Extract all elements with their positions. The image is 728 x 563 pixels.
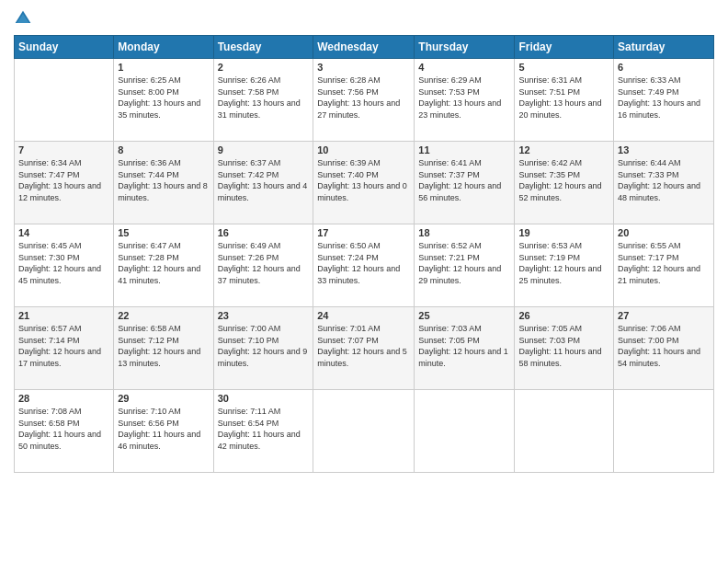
day-number: 14 <box>18 227 109 238</box>
calendar-cell: 19Sunrise: 6:53 AMSunset: 7:19 PMDayligh… <box>515 224 614 307</box>
calendar-cell: 29Sunrise: 7:10 AMSunset: 6:56 PMDayligh… <box>114 390 213 473</box>
day-number: 20 <box>618 227 710 238</box>
cell-info: Sunrise: 6:39 AMSunset: 7:40 PMDaylight:… <box>317 157 410 203</box>
day-number: 11 <box>418 144 510 155</box>
logo <box>14 9 36 28</box>
logo-icon <box>14 9 32 28</box>
calendar-cell: 6Sunrise: 6:33 AMSunset: 7:49 PMDaylight… <box>614 59 714 142</box>
cell-info: Sunrise: 6:53 AMSunset: 7:19 PMDaylight:… <box>518 240 609 286</box>
week-row-0: 1Sunrise: 6:25 AMSunset: 8:00 PMDaylight… <box>15 59 714 142</box>
col-header-thursday: Thursday <box>415 36 515 59</box>
cell-info: Sunrise: 7:06 AMSunset: 7:00 PMDaylight:… <box>618 323 710 369</box>
day-number: 12 <box>518 144 609 155</box>
cell-info: Sunrise: 6:33 AMSunset: 7:49 PMDaylight:… <box>618 75 710 121</box>
calendar-cell: 12Sunrise: 6:42 AMSunset: 7:35 PMDayligh… <box>515 142 614 224</box>
cell-info: Sunrise: 6:36 AMSunset: 7:44 PMDaylight:… <box>118 157 209 203</box>
day-number: 2 <box>218 62 310 73</box>
calendar-cell: 30Sunrise: 7:11 AMSunset: 6:54 PMDayligh… <box>213 390 313 473</box>
cell-info: Sunrise: 7:11 AMSunset: 6:54 PMDaylight:… <box>218 406 310 452</box>
calendar-cell: 27Sunrise: 7:06 AMSunset: 7:00 PMDayligh… <box>614 307 714 390</box>
cell-info: Sunrise: 6:58 AMSunset: 7:12 PMDaylight:… <box>118 323 209 369</box>
col-header-monday: Monday <box>114 36 213 59</box>
day-number: 19 <box>518 227 609 238</box>
cell-info: Sunrise: 7:05 AMSunset: 7:03 PMDaylight:… <box>518 323 609 369</box>
calendar-cell <box>15 59 114 142</box>
cell-info: Sunrise: 6:25 AMSunset: 8:00 PMDaylight:… <box>118 75 209 121</box>
calendar-cell: 1Sunrise: 6:25 AMSunset: 8:00 PMDaylight… <box>114 59 213 142</box>
calendar-header-row: SundayMondayTuesdayWednesdayThursdayFrid… <box>15 36 714 59</box>
cell-info: Sunrise: 6:34 AMSunset: 7:47 PMDaylight:… <box>18 157 109 203</box>
cell-info: Sunrise: 6:31 AMSunset: 7:51 PMDaylight:… <box>518 75 609 121</box>
cell-info: Sunrise: 7:10 AMSunset: 6:56 PMDaylight:… <box>118 406 209 452</box>
day-number: 7 <box>18 144 109 155</box>
day-number: 8 <box>118 144 209 155</box>
day-number: 3 <box>317 62 410 73</box>
day-number: 17 <box>317 227 410 238</box>
calendar-table: SundayMondayTuesdayWednesdayThursdayFrid… <box>14 35 714 473</box>
day-number: 27 <box>618 310 710 321</box>
calendar-cell: 5Sunrise: 6:31 AMSunset: 7:51 PMDaylight… <box>515 59 614 142</box>
week-row-2: 14Sunrise: 6:45 AMSunset: 7:30 PMDayligh… <box>15 224 714 307</box>
day-number: 28 <box>18 393 109 404</box>
calendar-cell: 21Sunrise: 6:57 AMSunset: 7:14 PMDayligh… <box>15 307 114 390</box>
calendar-cell: 10Sunrise: 6:39 AMSunset: 7:40 PMDayligh… <box>313 142 415 224</box>
calendar-cell: 26Sunrise: 7:05 AMSunset: 7:03 PMDayligh… <box>515 307 614 390</box>
calendar-cell: 24Sunrise: 7:01 AMSunset: 7:07 PMDayligh… <box>313 307 415 390</box>
col-header-wednesday: Wednesday <box>313 36 415 59</box>
day-number: 9 <box>218 144 310 155</box>
week-row-3: 21Sunrise: 6:57 AMSunset: 7:14 PMDayligh… <box>15 307 714 390</box>
day-number: 29 <box>118 393 209 404</box>
calendar-cell: 7Sunrise: 6:34 AMSunset: 7:47 PMDaylight… <box>15 142 114 224</box>
calendar-cell: 16Sunrise: 6:49 AMSunset: 7:26 PMDayligh… <box>213 224 313 307</box>
col-header-friday: Friday <box>515 36 614 59</box>
calendar-cell: 9Sunrise: 6:37 AMSunset: 7:42 PMDaylight… <box>213 142 313 224</box>
col-header-tuesday: Tuesday <box>213 36 313 59</box>
col-header-sunday: Sunday <box>15 36 114 59</box>
cell-info: Sunrise: 6:55 AMSunset: 7:17 PMDaylight:… <box>618 240 710 286</box>
cell-info: Sunrise: 6:41 AMSunset: 7:37 PMDaylight:… <box>418 157 510 203</box>
calendar-cell <box>515 390 614 473</box>
cell-info: Sunrise: 7:01 AMSunset: 7:07 PMDaylight:… <box>317 323 410 369</box>
calendar-cell: 2Sunrise: 6:26 AMSunset: 7:58 PMDaylight… <box>213 59 313 142</box>
day-number: 10 <box>317 144 410 155</box>
calendar-cell: 14Sunrise: 6:45 AMSunset: 7:30 PMDayligh… <box>15 224 114 307</box>
calendar-cell: 8Sunrise: 6:36 AMSunset: 7:44 PMDaylight… <box>114 142 213 224</box>
calendar-cell: 17Sunrise: 6:50 AMSunset: 7:24 PMDayligh… <box>313 224 415 307</box>
day-number: 21 <box>18 310 109 321</box>
day-number: 26 <box>518 310 609 321</box>
cell-info: Sunrise: 6:42 AMSunset: 7:35 PMDaylight:… <box>518 157 609 203</box>
cell-info: Sunrise: 7:03 AMSunset: 7:05 PMDaylight:… <box>418 323 510 369</box>
day-number: 5 <box>518 62 609 73</box>
day-number: 22 <box>118 310 209 321</box>
day-number: 25 <box>418 310 510 321</box>
calendar-cell: 11Sunrise: 6:41 AMSunset: 7:37 PMDayligh… <box>415 142 515 224</box>
cell-info: Sunrise: 6:44 AMSunset: 7:33 PMDaylight:… <box>618 157 710 203</box>
cell-info: Sunrise: 6:47 AMSunset: 7:28 PMDaylight:… <box>118 240 209 286</box>
page: SundayMondayTuesdayWednesdayThursdayFrid… <box>0 0 728 563</box>
day-number: 30 <box>218 393 310 404</box>
day-number: 18 <box>418 227 510 238</box>
cell-info: Sunrise: 6:29 AMSunset: 7:53 PMDaylight:… <box>418 75 510 121</box>
day-number: 6 <box>618 62 710 73</box>
day-number: 16 <box>218 227 310 238</box>
calendar-cell: 22Sunrise: 6:58 AMSunset: 7:12 PMDayligh… <box>114 307 213 390</box>
calendar-cell <box>614 390 714 473</box>
day-number: 15 <box>118 227 209 238</box>
day-number: 23 <box>218 310 310 321</box>
day-number: 4 <box>418 62 510 73</box>
cell-info: Sunrise: 6:28 AMSunset: 7:56 PMDaylight:… <box>317 75 410 121</box>
cell-info: Sunrise: 6:45 AMSunset: 7:30 PMDaylight:… <box>18 240 109 286</box>
week-row-1: 7Sunrise: 6:34 AMSunset: 7:47 PMDaylight… <box>15 142 714 224</box>
cell-info: Sunrise: 6:26 AMSunset: 7:58 PMDaylight:… <box>218 75 310 121</box>
cell-info: Sunrise: 6:37 AMSunset: 7:42 PMDaylight:… <box>218 157 310 203</box>
calendar-cell: 4Sunrise: 6:29 AMSunset: 7:53 PMDaylight… <box>415 59 515 142</box>
cell-info: Sunrise: 7:00 AMSunset: 7:10 PMDaylight:… <box>218 323 310 369</box>
calendar-cell <box>415 390 515 473</box>
header <box>14 9 714 28</box>
calendar-cell: 25Sunrise: 7:03 AMSunset: 7:05 PMDayligh… <box>415 307 515 390</box>
cell-info: Sunrise: 6:49 AMSunset: 7:26 PMDaylight:… <box>218 240 310 286</box>
calendar-cell: 20Sunrise: 6:55 AMSunset: 7:17 PMDayligh… <box>614 224 714 307</box>
calendar-cell: 23Sunrise: 7:00 AMSunset: 7:10 PMDayligh… <box>213 307 313 390</box>
cell-info: Sunrise: 6:50 AMSunset: 7:24 PMDaylight:… <box>317 240 410 286</box>
cell-info: Sunrise: 7:08 AMSunset: 6:58 PMDaylight:… <box>18 406 109 452</box>
